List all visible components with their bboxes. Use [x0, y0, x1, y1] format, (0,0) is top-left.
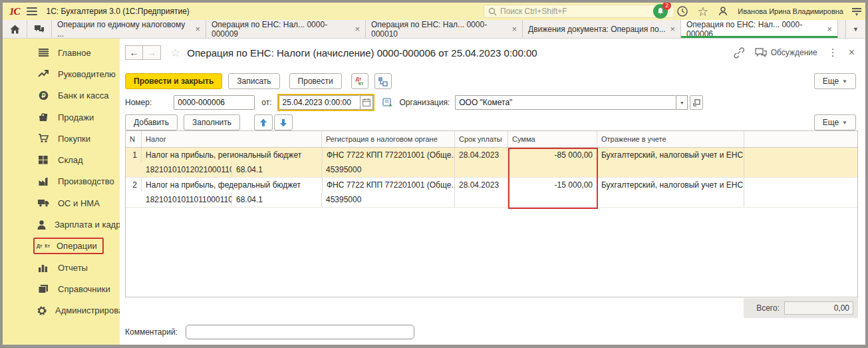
organization-dropdown-icon[interactable]: ▾ [676, 95, 688, 110]
close-tab-icon[interactable]: × [827, 24, 832, 34]
col-header-n[interactable]: N [126, 131, 142, 147]
service-menu-icon[interactable]: ▼ [852, 8, 861, 15]
tab-document-movements[interactable]: Движения документа: Операция по... × [523, 20, 681, 38]
kbk-code[interactable]: 18210101012021000110 [142, 162, 232, 177]
sidebar-item-proizvodstvo[interactable]: Производство [3, 171, 120, 192]
add-row-button[interactable]: Добавить [125, 114, 178, 130]
sidebar-item-pokupki[interactable]: Покупки [3, 128, 120, 149]
ruble-coin-icon: ₽ [37, 90, 49, 100]
move-row-up-icon[interactable] [254, 114, 273, 130]
sidebar-item-zarplata-i-kadry[interactable]: Зарплата и кадры [3, 214, 120, 235]
account-code[interactable]: 68.04.1 [232, 192, 322, 207]
main-menu-icon[interactable] [27, 7, 37, 15]
sidebar-item-glavnoe[interactable]: Главное [3, 42, 120, 63]
notifications-bell-icon[interactable]: 2 [653, 4, 668, 19]
tab-operation-000010[interactable]: Операция по ЕНС: Нал... 0000-000010 × [366, 20, 523, 38]
close-tab-icon[interactable]: × [670, 24, 675, 34]
sidebar-item-operacii[interactable]: ДтКт Операции [3, 236, 120, 257]
post-button[interactable]: Провести [289, 73, 342, 89]
col-header-reflection[interactable]: Отражение в учете [597, 131, 744, 147]
favorite-star-icon[interactable]: ☆ [170, 46, 180, 60]
1c-logo-icon: 1С [9, 6, 20, 17]
save-button[interactable]: Записать [228, 73, 279, 89]
warehouse-boxes-icon [37, 156, 49, 164]
discussion-icon[interactable] [755, 48, 767, 58]
sidebar-item-sklad[interactable]: Склад [3, 149, 120, 170]
global-search-input[interactable]: Поиск Ctrl+Shift+F [484, 5, 674, 18]
more-menu-kebab-icon[interactable]: ⋮ [828, 47, 838, 59]
tab-operation-000009[interactable]: Операция по ЕНС: Нал... 0000-000009 × [206, 20, 366, 38]
sales-bag-icon [37, 112, 49, 122]
comment-label: Комментарий: [125, 327, 178, 337]
sidebar-item-prodazhi[interactable]: Продажи [3, 106, 120, 128]
move-row-down-icon[interactable] [274, 114, 293, 130]
col-header-amount[interactable]: Сумма [508, 131, 597, 147]
form-more-button[interactable]: Еще▼ [814, 73, 856, 89]
discussion-label[interactable]: Обсуждение [771, 48, 817, 57]
tab-operations-list[interactable]: Операции по единому налоговому ... × [52, 20, 206, 38]
amount[interactable]: -85 000,00 [508, 148, 597, 162]
table-row-2[interactable]: 2 Налог на прибыль, федеральный бюджет Ф… [126, 178, 857, 208]
kbk-code[interactable]: 18210101011011000110 [142, 192, 232, 207]
due-date[interactable]: 28.04.2023 [455, 148, 508, 162]
tax-name[interactable]: Налог на прибыль, федеральный бюджет [142, 178, 322, 192]
close-tab-icon[interactable]: × [355, 24, 360, 34]
account-code[interactable]: 68.04.1 [232, 162, 322, 177]
menu-lines-icon [37, 49, 49, 57]
table-more-button[interactable]: Еще▼ [814, 114, 856, 130]
tab-bar: Операции по единому налоговому ... × Опе… [3, 20, 865, 39]
tax-table: N Налог Регистрация в налоговом органе С… [125, 130, 858, 297]
sidebar-item-otchety[interactable]: Отчеты [3, 257, 120, 278]
table-row-1[interactable]: 1 Налог на прибыль, региональный бюджет … [126, 148, 857, 178]
sidebar-item-bank-i-kassa[interactable]: ₽ Банк и касса [3, 85, 120, 106]
due-date[interactable]: 28.04.2023 [455, 178, 508, 192]
notification-count-badge: 2 [662, 1, 671, 10]
dt-kt-icon: ДтКт [37, 244, 49, 248]
document-title: Операция по ЕНС: Налоги (начисление) 000… [187, 47, 537, 59]
fill-button[interactable]: Заполнить [184, 114, 240, 130]
document-structure-button[interactable] [374, 73, 392, 89]
section-sidebar: Главное Руководителю ₽ Банк и касса Прод… [3, 39, 120, 345]
bar-chart-icon [37, 263, 49, 272]
comment-input[interactable] [186, 325, 414, 339]
show-postings-dtkt-button[interactable]: ДтКт [351, 73, 368, 89]
totals-panel: Всего: 0,00 [744, 298, 858, 318]
organization-input[interactable]: ООО "Комета" [455, 95, 676, 110]
link-icon[interactable] [733, 47, 744, 59]
tab-list-dropdown-icon[interactable]: ▼ [845, 20, 865, 38]
close-tab-icon[interactable]: × [511, 24, 517, 34]
operations-red-highlight: ДтКт Операции [33, 238, 104, 254]
table-header-row: N Налог Регистрация в налоговом органе С… [126, 131, 857, 148]
home-tab-icon[interactable] [3, 20, 27, 38]
calendar-icon[interactable] [360, 95, 373, 110]
registration[interactable]: ФНС 7722 КПП 772201001 (Обще... [322, 148, 455, 162]
discussions-tab-icon[interactable] [27, 20, 52, 38]
sidebar-item-spravochniki[interactable]: Справочники [3, 278, 120, 299]
user-name[interactable]: Иванова Ирина Владимировна [738, 7, 843, 15]
tax-name[interactable]: Налог на прибыль, региональный бюджет [142, 148, 322, 162]
reflection[interactable]: Бухгалтерский, налоговый учет и ЕНС [597, 148, 744, 162]
post-and-close-button[interactable]: Провести и закрыть [125, 73, 222, 89]
col-header-tax[interactable]: Налог [142, 131, 322, 147]
favorites-star-icon[interactable]: ☆ [697, 5, 708, 18]
registration[interactable]: ФНС 7722 КПП 772201001 (Обще... [322, 178, 455, 192]
oktmo-code[interactable]: 45395000 [322, 192, 455, 207]
oktmo-code[interactable]: 45395000 [322, 162, 455, 177]
forward-button[interactable]: → [143, 45, 161, 60]
amount[interactable]: -15 000,00 [508, 178, 597, 192]
back-button[interactable]: ← [125, 45, 143, 60]
user-icon[interactable] [717, 5, 729, 17]
sidebar-item-administrirovanie[interactable]: Администрирование [3, 300, 120, 321]
date-input[interactable]: 25.04.2023 0:00:00 [279, 95, 360, 110]
close-form-icon[interactable]: × [849, 47, 855, 59]
number-input[interactable]: 0000-000006 [174, 95, 255, 110]
tab-operation-000006-active[interactable]: Операция по ЕНС: Нал... 0000-000006 × [681, 20, 838, 38]
organization-open-icon[interactable] [690, 95, 703, 110]
col-header-due-date[interactable]: Срок уплаты [455, 131, 508, 147]
history-icon[interactable] [676, 5, 688, 17]
sidebar-item-os-i-nma[interactable]: ОС и НМА [3, 192, 120, 214]
reflection[interactable]: Бухгалтерский, налоговый учет и ЕНС [597, 178, 744, 192]
col-header-registration[interactable]: Регистрация в налоговом органе [322, 131, 455, 147]
close-tab-icon[interactable]: × [195, 24, 200, 34]
sidebar-item-rukovoditelyu[interactable]: Руководителю [3, 63, 120, 85]
